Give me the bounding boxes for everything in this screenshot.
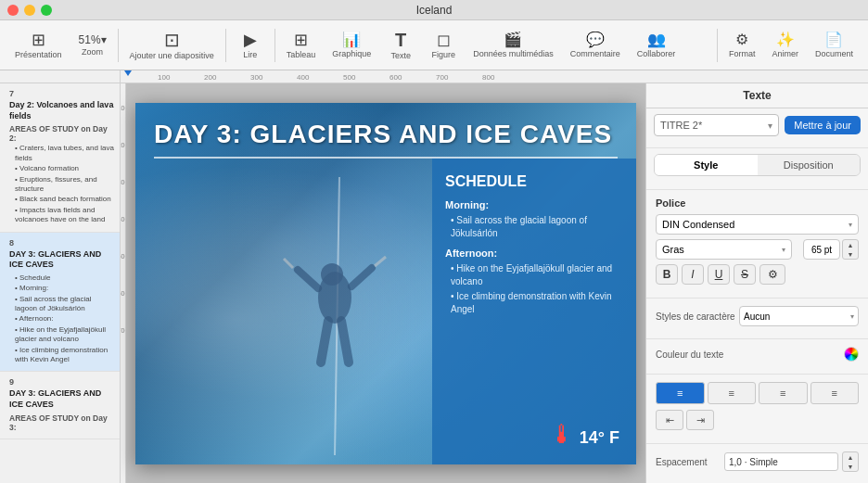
slide-num-7: 7 [9,89,114,98]
slide-day-title: DAY 3: GLACIERS AND ICE CAVES [154,120,618,149]
toolbar-presentation[interactable]: ⊞ Présentation [7,28,70,63]
text-color-section: Couleur du texte [646,339,868,375]
font-section: Police DIN Condensed ▾ Gras ▾ 65 pt ▲ [646,190,868,299]
slide-item-7[interactable]: 7 Day 2: Volcanoes and lava fields AREAS… [0,83,120,233]
align-left-button[interactable]: ≡ [656,382,705,404]
stepper-down[interactable]: ▼ [843,249,858,259]
svg-line-8 [341,321,349,362]
char-styles-row: Styles de caractère Aucun ▾ [656,306,859,326]
svg-line-7 [321,321,328,362]
toolbar-comment[interactable]: 💬 Commentaire [563,29,628,62]
underline-button[interactable]: U [708,264,730,285]
format-label: Format [729,49,756,58]
strikethrough-button[interactable]: S [734,264,756,285]
toolbar-text[interactable]: T Texte [380,27,421,64]
minimize-button[interactable] [24,5,35,16]
toolbar-chart[interactable]: 📊 Graphique [325,29,378,62]
font-size-stepper[interactable]: ▲ ▼ [842,239,859,260]
align-right-button[interactable]: ≡ [759,382,808,404]
list-item: Ice climbing demonstration with Kevin An… [451,290,623,316]
indent-row: ⇤ ⇥ [656,410,859,430]
temperature-value: 14° F [580,428,619,447]
color-picker[interactable] [844,347,859,362]
main-area: 7 Day 2: Volcanoes and lava fields AREAS… [0,83,868,483]
font-name-row: DIN Condensed ▾ [656,214,859,235]
toolbar-figure[interactable]: ◻ Figure [423,28,464,63]
font-style-select[interactable]: Gras ▾ [656,239,792,260]
update-button[interactable]: Mettre à jour [785,116,861,134]
indent-increase-icon: ⇥ [696,414,705,426]
list-item: Hike on the Eyjafjallajökull glacier and… [451,262,623,288]
toolbar-format[interactable]: ⚙ Format [721,29,763,62]
toolbar-divider-2 [225,29,226,62]
text-icon: T [395,31,406,49]
title-style-field[interactable]: TITRE 2* ▾ [654,114,779,136]
toolbar-animate[interactable]: ✨ Animer [764,29,806,62]
gear-icon: ⚙ [768,268,778,281]
toolbar-divider-3 [274,29,275,62]
indent-increase-button[interactable]: ⇥ [686,410,714,430]
close-button[interactable] [7,5,19,16]
font-size-field[interactable]: 65 pt [803,239,840,260]
toolbar-collaborate[interactable]: 👥 Collaborer [630,29,683,62]
format-buttons-row: B I U S ⚙ [656,264,859,285]
style-tab[interactable]: Style [655,155,758,175]
align-center-button[interactable]: ≡ [708,382,757,404]
align-right-icon: ≡ [780,388,785,399]
svg-line-3 [298,270,318,288]
font-name-select[interactable]: DIN Condensed ▾ [656,214,859,235]
svg-point-2 [321,263,343,286]
stepper-up[interactable]: ▲ [843,240,858,249]
more-format-button[interactable]: ⚙ [760,264,785,285]
italic-button[interactable]: I [682,264,704,285]
spacing-stepper-down[interactable]: ▼ [843,462,858,471]
slide-canvas-wrapper: DAY 3: GLACIERS AND ICE CAVES SCHEDULE M… [126,83,645,483]
slide-num-9: 9 [9,377,114,387]
thermometer-icon: 🌡 [549,419,575,450]
figure-label: Figure [431,50,455,59]
titlebar: Iceland [0,0,868,20]
document-label: Document [815,49,853,58]
list-item: • Craters, lava tubes, and lava fields [15,144,114,163]
align-justify-button[interactable]: ≡ [811,382,860,404]
spacing-stepper[interactable]: ▲ ▼ [842,451,859,472]
spacing-value[interactable]: 1,0 · Simple [724,452,838,471]
format-icon: ⚙ [735,32,748,47]
align-justify-icon: ≡ [832,388,837,399]
maximize-button[interactable] [41,5,52,16]
list-item: • Eruptions, fissures, and structure [15,175,114,195]
ruler-marks: 100 200 300 400 500 600 700 800 [121,70,868,83]
chevron-down-icon: ▾ [782,246,785,254]
bold-button[interactable]: B [656,264,678,285]
slide-canvas[interactable]: DAY 3: GLACIERS AND ICE CAVES SCHEDULE M… [135,103,636,464]
toolbar-play[interactable]: ▶ Lire [230,28,271,63]
spacing-stepper-up[interactable]: ▲ [843,452,858,462]
media-icon: 🎬 [504,32,522,47]
align-center-icon: ≡ [729,388,734,399]
collaborate-icon: 👥 [647,32,666,47]
animate-label: Animer [772,49,798,58]
comment-icon: 💬 [586,32,605,47]
toolbar-divider-1 [118,29,119,62]
slide-num-8: 8 [9,238,114,248]
toolbar-divider-4 [717,29,718,62]
right-panel: Texte TITRE 2* ▾ Mettre à jour Style Dis… [645,83,868,483]
slide-item-9[interactable]: 9 DAY 3: GLACIERS AND ICE CAVES AREAS OF… [0,372,120,439]
list-item: Sail across the glacial lagoon of Jökuls… [451,214,623,240]
slide-item-8[interactable]: 8 DAY 3: GLACIERS AND ICE CAVES • Schedu… [0,233,120,373]
toolbar-media[interactable]: 🎬 Données multimédias [466,29,561,62]
font-section-title: Police [656,197,859,209]
toolbar-zoom[interactable]: 51%▾ Zoom [71,31,114,60]
font-style-row: Gras ▾ 65 pt ▲ ▼ [656,239,859,260]
text-color-row: Couleur du texte [656,347,859,362]
text-color-control [739,347,859,362]
indent-decrease-button[interactable]: ⇤ [656,410,683,430]
disposition-tab[interactable]: Disposition [758,155,861,175]
toolbar-add-slide[interactable]: ⊡ Ajouter une diapositive [122,27,222,64]
char-styles-select[interactable]: Aucun ▾ [739,306,859,326]
schedule-title: SCHEDULE [445,173,623,190]
toolbar-table[interactable]: ⊞ Tableau [279,28,324,63]
toolbar-document[interactable]: 📄 Document [808,29,861,62]
play-icon: ▶ [244,32,257,48]
window-title: Iceland [416,4,453,17]
